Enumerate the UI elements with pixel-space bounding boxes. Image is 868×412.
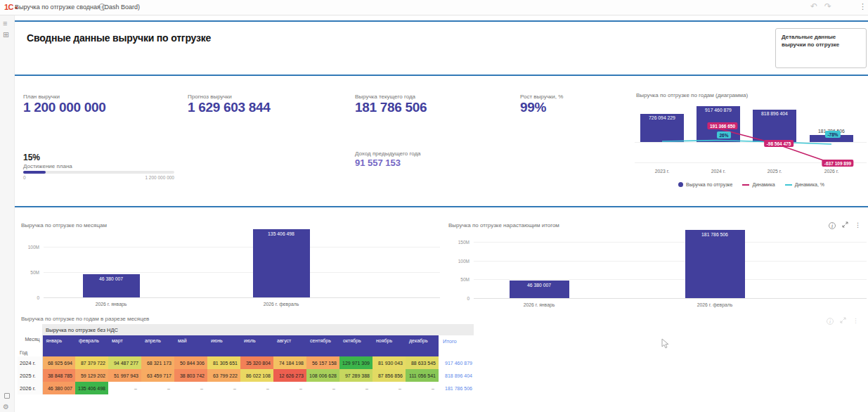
dynamics-label: -98 564 475 xyxy=(764,140,793,147)
value-cell[interactable]: 87 856 856 xyxy=(373,369,406,382)
sections-list-icon[interactable]: ≡ xyxy=(3,20,7,27)
month-header: декабрь xyxy=(406,335,439,356)
value-cell[interactable]: 50 844 306 xyxy=(174,356,207,369)
value-cell[interactable]: 135 406 498 xyxy=(75,382,108,394)
month-header: сентябрь xyxy=(306,335,339,356)
divider-header xyxy=(15,75,868,76)
total-cell[interactable]: 181 786 506 xyxy=(439,382,474,394)
table-info-icon[interactable]: i xyxy=(827,318,834,325)
table-expand-icon[interactable] xyxy=(840,317,846,325)
value-cell[interactable]: 63 799 222 xyxy=(207,369,240,382)
kpi-previous-value: 91 557 153 xyxy=(355,157,401,168)
y-axis-tick: 50M xyxy=(451,277,469,282)
chart-menu-icon[interactable]: ⋮ xyxy=(855,222,861,228)
legend-item[interactable]: Выручка по отгрузке xyxy=(678,182,732,187)
legend-item[interactable]: Динамика xyxy=(742,182,775,187)
x-axis-label: 2026 г. февраль xyxy=(264,302,299,307)
kpi-current-label: Выручка текущего года xyxy=(355,94,415,100)
revenue-by-month-chart: Выручка по отгрузке по месяцам 050M100M4… xyxy=(20,220,443,309)
settings-gear-icon[interactable]: ⚙ xyxy=(3,404,9,411)
measure-header: Выручка по отгрузке без НДС xyxy=(42,324,474,335)
table-corner-spacer xyxy=(18,324,42,335)
achievement-value: 15% xyxy=(23,153,40,162)
value-cell[interactable]: 38 848 785 xyxy=(42,369,75,382)
achievement-label: Достижение плана xyxy=(23,163,72,169)
value-cell[interactable]: 56 157 158 xyxy=(306,356,339,369)
kpi-plan-value: 1 200 000 000 xyxy=(23,100,106,115)
bar-value-label: 135 406 498 xyxy=(268,231,294,236)
month-header: ноябрь xyxy=(373,335,406,356)
legend-marker xyxy=(678,182,683,187)
chart-expand-icon[interactable] xyxy=(842,221,848,229)
year-chart-title: Выручка по отгрузке по годам (диаграмма) xyxy=(636,92,748,98)
grid-line xyxy=(474,261,867,262)
cumulative-revenue-chart: Выручка по отгрузке нарастающим итогом i… xyxy=(447,220,868,309)
value-cell[interactable]: 38 803 742 xyxy=(174,369,207,382)
value-cell[interactable]: 68 925 694 xyxy=(42,356,75,369)
value-cell[interactable]: 35 320 804 xyxy=(240,356,273,369)
value-cell[interactable]: 87 379 722 xyxy=(75,356,108,369)
value-cell[interactable]: 51 997 943 xyxy=(108,369,141,382)
table-corner: МесяцГод xyxy=(18,335,42,356)
value-cell[interactable]: 74 184 198 xyxy=(273,356,306,369)
year-cell: 2025 г. xyxy=(18,369,42,382)
month-header: январь xyxy=(42,335,75,356)
redo-icon[interactable]: ↷ xyxy=(824,1,831,11)
chart-info-icon[interactable]: i xyxy=(829,222,836,229)
grid-line xyxy=(474,298,867,299)
dynamics-pct-label: 26% xyxy=(717,131,731,139)
divider-middle xyxy=(15,206,868,207)
value-cell[interactable]: 12 626 273 xyxy=(273,369,306,382)
month-header: октябрь xyxy=(339,335,373,356)
title-info-icon[interactable]: i xyxy=(98,4,105,11)
month-header: июль xyxy=(240,335,273,356)
achievement-progress-bar xyxy=(23,171,174,174)
total-cell[interactable]: 818 896 404 xyxy=(439,369,474,382)
y-axis-tick: 0 xyxy=(451,296,469,301)
year-bar-value: 818 896 404 xyxy=(761,111,788,116)
undo-icon[interactable]: ↶ xyxy=(810,1,817,11)
month-bar[interactable] xyxy=(253,229,310,297)
value-cell[interactable]: 111 056 541 xyxy=(406,369,439,382)
legend-marker xyxy=(742,184,749,186)
value-cell[interactable]: 68 321 173 xyxy=(141,356,174,369)
value-cell[interactable]: 81 305 651 xyxy=(207,356,240,369)
value-cell[interactable]: 59 129 202 xyxy=(75,369,108,382)
table-menu-icon[interactable]: ⋮ xyxy=(853,318,859,324)
value-cell[interactable]: 81 930 043 xyxy=(373,356,406,369)
dynamics-pct-label: -78% xyxy=(825,131,841,138)
kpi-forecast-value: 1 629 603 844 xyxy=(188,100,271,115)
x-axis-label: 2026 г. январь xyxy=(96,302,127,307)
value-cell[interactable]: 86 022 108 xyxy=(240,369,273,382)
value-cell[interactable]: 97 289 388 xyxy=(339,369,373,382)
select-box-icon[interactable] xyxy=(4,393,10,399)
achievement-max: 1 200 000 000 xyxy=(145,175,174,180)
value-cell[interactable]: 63 459 717 xyxy=(141,369,174,382)
legend-marker xyxy=(785,184,792,186)
divider-top xyxy=(15,20,868,22)
empty-cell: – xyxy=(306,382,339,394)
dashboards-grid-icon[interactable]: ⊞ xyxy=(3,31,9,39)
kpi-growth-value: 99% xyxy=(520,100,546,115)
achievement-progress-fill xyxy=(23,171,46,174)
left-sidebar: ≡ ⊞ ⚙ xyxy=(0,15,15,412)
value-cell[interactable]: 94 487 277 xyxy=(108,356,141,369)
detail-data-tile[interactable]: Детальные данные выручки по отгрузке xyxy=(775,28,867,68)
grid-line xyxy=(44,247,440,247)
value-cell[interactable]: 46 380 007 xyxy=(42,382,75,394)
empty-cell: – xyxy=(240,382,273,394)
titlebar: 1С◄ Выручка по отгрузке сводная (Dash Bo… xyxy=(0,0,868,15)
empty-cell: – xyxy=(273,382,306,394)
titlebar-menu-icon[interactable]: ⋮ xyxy=(859,2,867,11)
value-cell[interactable]: 129 971 309 xyxy=(339,356,373,369)
year-cell: 2026 г. xyxy=(18,382,42,394)
achievement-scale: 0 1 200 000 000 xyxy=(23,175,174,180)
y-axis-tick: 150M xyxy=(451,240,469,245)
empty-cell: – xyxy=(207,382,240,394)
value-cell[interactable]: 108 006 628 xyxy=(306,369,339,382)
month-chart-title: Выручка по отгрузке по месяцам xyxy=(21,222,107,228)
month-bar[interactable] xyxy=(685,230,745,298)
legend-item[interactable]: Динамика, % xyxy=(785,182,824,187)
total-cell[interactable]: 917 460 879 xyxy=(439,356,474,369)
value-cell[interactable]: 88 633 545 xyxy=(406,356,439,369)
